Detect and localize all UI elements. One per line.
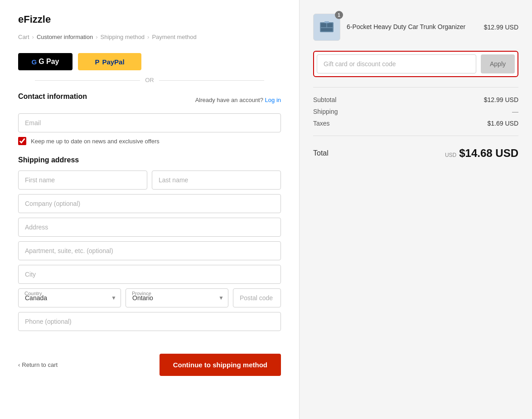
newsletter-checkbox-row: Keep me up to date on news and exclusive…: [18, 137, 281, 145]
total-currency: USD: [445, 152, 456, 158]
google-icon: G: [31, 58, 37, 66]
subtotal-value: $12.99 USD: [484, 96, 518, 103]
product-row: 1 6-Pocket Heavy Duty Car Trunk Organize…: [313, 14, 518, 41]
name-row: [18, 171, 281, 190]
newsletter-label[interactable]: Keep me up to date on news and exclusive…: [31, 138, 160, 145]
phone-field[interactable]: [18, 312, 281, 331]
email-field[interactable]: [18, 113, 281, 132]
shipping-row: Shipping —: [313, 106, 518, 117]
total-row: Total USD $14.68 USD: [313, 142, 518, 164]
breadcrumb-payment-method: Payment method: [152, 34, 196, 40]
gpay-label: G Pay: [39, 58, 59, 66]
product-name: 6-Pocket Heavy Duty Car Trunk Organizer: [347, 23, 478, 32]
total-value-wrap: USD $14.68 USD: [445, 147, 518, 160]
bottom-nav: ‹ Return to cart Continue to shipping me…: [18, 349, 281, 376]
apt-field[interactable]: [18, 241, 281, 260]
store-name: eFizzle: [18, 14, 281, 25]
breadcrumb: Cart › Customer information › Shipping m…: [18, 34, 281, 40]
newsletter-checkbox[interactable]: [18, 137, 26, 145]
product-price: $12.99 USD: [484, 24, 518, 31]
breadcrumb-sep-2: ›: [96, 34, 97, 40]
total-amount: $14.68 USD: [459, 147, 518, 160]
return-label: Return to cart: [22, 361, 58, 368]
return-to-cart-button[interactable]: ‹ Return to cart: [18, 361, 58, 368]
continue-to-shipping-button[interactable]: Continue to shipping method: [160, 354, 281, 376]
summary-divider-2: [313, 136, 518, 136]
shipping-label: Shipping: [313, 108, 338, 115]
breadcrumb-shipping-method: Shipping method: [101, 34, 145, 40]
discount-code-input[interactable]: [317, 54, 476, 73]
postal-code-field[interactable]: [233, 288, 281, 307]
gpay-button[interactable]: G G Pay: [18, 53, 73, 70]
subtotal-label: Subtotal: [313, 96, 336, 103]
product-thumbnail-svg: [318, 19, 335, 36]
paypal-label: PayPal: [102, 58, 124, 66]
chevron-left-icon: ‹: [18, 361, 20, 368]
product-image-wrap: 1: [313, 14, 340, 41]
total-label: Total: [313, 149, 329, 157]
shipping-heading: Shipping address: [18, 156, 281, 164]
shipping-value: —: [512, 108, 518, 115]
login-prompt: Already have an account? Log in: [195, 97, 281, 103]
breadcrumb-cart[interactable]: Cart: [18, 34, 29, 40]
country-select-wrapper: Country Canada United States ▼: [18, 288, 121, 307]
country-province-row: Country Canada United States ▼ Province …: [18, 288, 281, 307]
subtotal-row: Subtotal $12.99 USD: [313, 94, 518, 106]
svg-rect-4: [324, 21, 329, 23]
city-field[interactable]: [18, 265, 281, 284]
last-name-field[interactable]: [152, 171, 281, 190]
company-field[interactable]: [18, 194, 281, 213]
province-label: Province: [132, 291, 151, 296]
contact-heading: Contact information: [18, 93, 87, 101]
paypal-icon: P: [95, 58, 99, 66]
province-select-wrapper: Province Ontario British Columbia Quebec…: [126, 288, 228, 307]
svg-rect-3: [321, 28, 333, 31]
or-divider: OR: [18, 77, 281, 83]
apply-discount-button[interactable]: Apply: [481, 54, 515, 73]
contact-section-header: Contact information Already have an acco…: [18, 93, 281, 107]
svg-rect-1: [321, 23, 326, 27]
paypal-button[interactable]: P PayPal: [78, 53, 141, 70]
svg-rect-2: [327, 23, 333, 27]
express-payment-section: G G Pay P PayPal: [18, 53, 281, 70]
taxes-value: $1.69 USD: [488, 120, 518, 127]
breadcrumb-sep-3: ›: [147, 34, 149, 40]
taxes-label: Taxes: [313, 120, 330, 127]
address-field[interactable]: [18, 218, 281, 237]
login-link[interactable]: Log in: [265, 97, 281, 103]
breadcrumb-sep-1: ›: [32, 34, 34, 40]
summary-divider-1: [313, 87, 518, 88]
taxes-row: Taxes $1.69 USD: [313, 117, 518, 129]
country-label: Country: [24, 291, 42, 296]
discount-section: Apply: [313, 51, 518, 77]
product-badge: 1: [335, 11, 343, 19]
breadcrumb-customer-info: Customer information: [37, 34, 93, 40]
first-name-field[interactable]: [18, 171, 147, 190]
